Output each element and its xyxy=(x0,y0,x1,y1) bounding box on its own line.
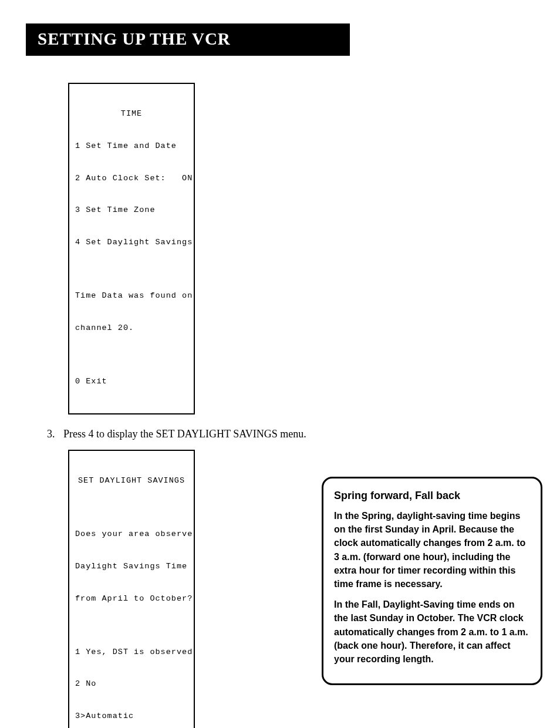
menu-line: 3>Automatic xyxy=(75,711,188,722)
manual-page: Setting Up the VCR TIME 1 Set Time and D… xyxy=(0,0,560,728)
menu-line: 2 No xyxy=(75,679,188,689)
section-title: Setting Up the VCR xyxy=(38,29,340,49)
menu-line: from April to October? xyxy=(75,594,188,604)
menu-line: Does your area observe xyxy=(75,529,188,540)
menu-title: TIME xyxy=(75,109,188,119)
osd-menu-time-1: TIME 1 Set Time and Date 2 Auto Clock Se… xyxy=(68,83,195,414)
step-item: 3. Press 4 to display the SET DAYLIGHT S… xyxy=(47,426,376,441)
step-text: Press 4 to display the SET DAYLIGHT SAVI… xyxy=(63,426,306,441)
menu-line: 4 Set Daylight Savings xyxy=(75,237,188,248)
step-number: 3. xyxy=(47,426,63,441)
osd-menu-daylight: SET DAYLIGHT SAVINGS Does your area obse… xyxy=(68,450,195,728)
sidebar-title: Spring forward, Fall back xyxy=(334,488,530,503)
sidebar-paragraph: In the Fall, Daylight-Saving time ends o… xyxy=(334,598,530,666)
step-list: 3. Press 4 to display the SET DAYLIGHT S… xyxy=(47,426,376,441)
menu-line: 1 Yes, DST is observed xyxy=(75,647,188,658)
sidebar-note: Spring forward, Fall back In the Spring,… xyxy=(322,477,542,685)
menu-line: 2 Auto Clock Set: ON xyxy=(75,173,188,184)
sidebar-paragraph: In the Spring, daylight-saving time begi… xyxy=(334,509,530,591)
menu-line: channel 20. xyxy=(75,323,188,333)
menu-title: SET DAYLIGHT SAVINGS xyxy=(75,476,188,486)
menu-line: 1 Set Time and Date xyxy=(75,141,188,151)
menu-line: Time Data was found on xyxy=(75,291,188,301)
section-header: Setting Up the VCR xyxy=(26,23,350,56)
menu-line: Daylight Savings Time xyxy=(75,561,188,572)
menu-line: 0 Exit xyxy=(75,376,188,387)
menu-line: 3 Set Time Zone xyxy=(75,205,188,215)
